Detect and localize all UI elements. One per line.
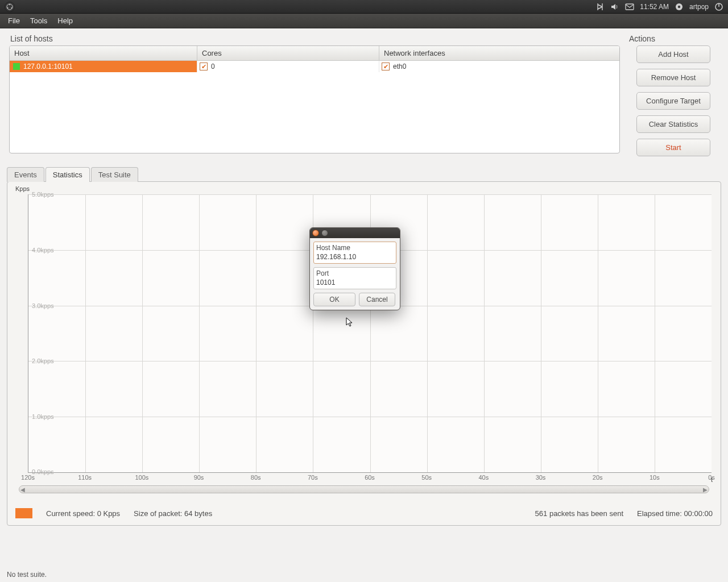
- status-dot-icon: [13, 63, 20, 70]
- col-cores[interactable]: Cores: [197, 46, 379, 60]
- menu-help[interactable]: Help: [53, 15, 77, 27]
- menu-file[interactable]: File: [3, 15, 24, 27]
- hosts-header: Host Cores Network interfaces: [10, 46, 619, 61]
- clock[interactable]: 11:52 AM: [640, 3, 669, 11]
- dialog-titlebar[interactable]: [310, 228, 400, 238]
- y-axis-label: Kpps: [15, 185, 30, 192]
- cores-value: 0: [211, 63, 215, 70]
- username[interactable]: artpop: [689, 3, 709, 11]
- app-menubar: File Tools Help: [0, 14, 728, 28]
- mail-icon[interactable]: [625, 2, 634, 11]
- configure-target-button[interactable]: Configure Target: [636, 92, 710, 110]
- host-name-label: Host Name: [316, 243, 394, 252]
- clear-statistics-button[interactable]: Clear Statistics: [636, 115, 710, 133]
- svg-rect-4: [626, 4, 634, 10]
- power-icon[interactable]: [714, 2, 723, 11]
- current-speed: Current speed: 0 Kpps: [46, 509, 120, 518]
- checkbox-icon[interactable]: [382, 63, 390, 70]
- x-ticks: 120s110s100s90s80s70s60s50s40s30s20s10s0…: [28, 474, 712, 482]
- scroll-left-icon[interactable]: ◀: [19, 487, 26, 493]
- settings-gear-icon[interactable]: [675, 2, 684, 11]
- checkbox-icon[interactable]: [200, 63, 208, 70]
- minimize-icon[interactable]: [321, 230, 328, 236]
- add-host-dialog: Host Name Port OK Cancel: [309, 227, 400, 310]
- netif-value: eth0: [393, 63, 406, 70]
- scrollbar-thumb[interactable]: [34, 487, 694, 492]
- chart-status-row: Current speed: 0 Kpps Size of packet: 64…: [13, 504, 715, 519]
- elapsed-time: Elapsed time: 00:00:00: [637, 509, 713, 518]
- svg-point-3: [11, 7, 12, 8]
- actions-panel: Actions Add Host Remove Host Configure T…: [628, 34, 719, 162]
- menu-tools[interactable]: Tools: [26, 15, 52, 27]
- hosts-panel: List of hosts Host Cores Network interfa…: [9, 34, 620, 162]
- ubuntu-logo-icon[interactable]: [5, 2, 15, 12]
- host-name-input[interactable]: [316, 252, 394, 263]
- series-color-swatch: [15, 508, 32, 518]
- cores-cell[interactable]: 0: [197, 61, 379, 72]
- hosts-title: List of hosts: [9, 34, 620, 43]
- host-address: 127.0.0.1:10101: [23, 63, 73, 70]
- horizontal-scrollbar[interactable]: ◀ ▶: [19, 485, 709, 493]
- svg-point-6: [678, 5, 680, 7]
- netif-cell[interactable]: eth0: [379, 61, 619, 72]
- ok-button[interactable]: OK: [313, 293, 355, 306]
- packet-size: Size of packet: 64 bytes: [134, 509, 212, 518]
- host-name-field[interactable]: Host Name: [313, 242, 396, 264]
- close-icon[interactable]: [312, 230, 319, 236]
- col-netif[interactable]: Network interfaces: [379, 46, 619, 60]
- hosts-table: Host Cores Network interfaces 127.0.0.1:…: [9, 45, 620, 153]
- packets-sent: 561 packets has been sent: [535, 509, 623, 518]
- tab-statistics[interactable]: Statistics: [46, 167, 90, 182]
- tab-events[interactable]: Events: [7, 167, 44, 182]
- system-top-bar: 11:52 AM artpop: [0, 0, 728, 14]
- start-button[interactable]: Start: [636, 139, 710, 156]
- network-icon[interactable]: [595, 2, 605, 11]
- host-cell[interactable]: 127.0.0.1:10101: [10, 61, 197, 72]
- col-host[interactable]: Host: [10, 46, 197, 60]
- tab-test-suite[interactable]: Test Suite: [91, 167, 138, 182]
- volume-icon[interactable]: [610, 2, 619, 11]
- port-input[interactable]: [316, 277, 394, 288]
- add-host-button[interactable]: Add Host: [636, 45, 710, 63]
- tabstrip: Events Statistics Test Suite: [7, 165, 721, 181]
- remove-host-button[interactable]: Remove Host: [636, 69, 710, 86]
- scroll-right-icon[interactable]: ▶: [702, 487, 709, 493]
- svg-point-2: [7, 7, 8, 8]
- port-label: Port: [316, 268, 394, 277]
- bottom-status: No test suite.: [7, 571, 47, 579]
- cancel-button[interactable]: Cancel: [359, 293, 395, 306]
- svg-point-1: [9, 3, 10, 5]
- port-field[interactable]: Port: [313, 267, 396, 289]
- table-row[interactable]: 127.0.0.1:10101 0 eth0: [10, 61, 619, 72]
- actions-title: Actions: [628, 34, 719, 43]
